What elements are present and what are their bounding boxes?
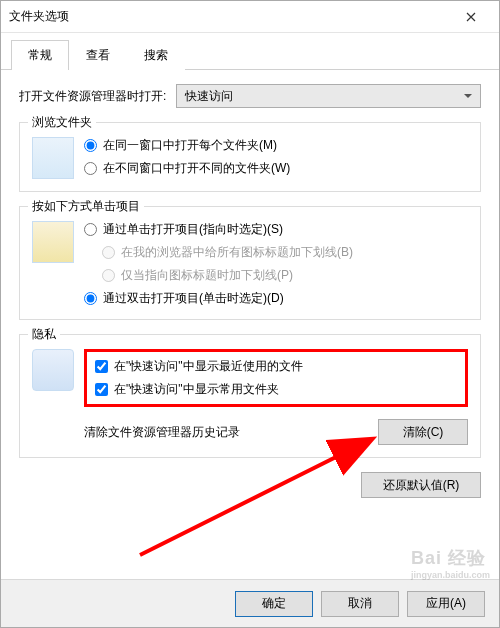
click-items-group: 按如下方式单击项目 通过单击打开项目(指向时选定)(S) 在我的浏览器中给所有图…	[19, 206, 481, 320]
clear-history-row: 清除文件资源管理器历史记录 清除(C)	[84, 419, 468, 445]
radio-underline-browser: 在我的浏览器中给所有图标标题加下划线(B)	[84, 244, 468, 261]
radio-underline-browser-label: 在我的浏览器中给所有图标标题加下划线(B)	[121, 244, 353, 261]
checkbox-frequent-folders[interactable]: 在"快速访问"中显示常用文件夹	[95, 381, 457, 398]
browse-folders-group: 浏览文件夹 在同一窗口中打开每个文件夹(M) 在不同窗口中打开不同的文件夹(W)	[19, 122, 481, 192]
open-with-value: 快速访问	[185, 88, 233, 105]
radio-single-click-input[interactable]	[84, 223, 97, 236]
clear-button[interactable]: 清除(C)	[378, 419, 468, 445]
close-button[interactable]	[451, 3, 491, 31]
checkbox-recent-files-label: 在"快速访问"中显示最近使用的文件	[114, 358, 303, 375]
tab-search[interactable]: 搜索	[127, 40, 185, 70]
radio-single-click-label: 通过单击打开项目(指向时选定)(S)	[103, 221, 283, 238]
radio-new-window-label: 在不同窗口中打开不同的文件夹(W)	[103, 160, 290, 177]
checkbox-recent-files[interactable]: 在"快速访问"中显示最近使用的文件	[95, 358, 457, 375]
privacy-icon	[32, 349, 74, 391]
radio-underline-browser-input	[102, 246, 115, 259]
titlebar-title: 文件夹选项	[9, 8, 451, 25]
open-with-select[interactable]: 快速访问	[176, 84, 481, 108]
content-area: 打开文件资源管理器时打开: 快速访问 浏览文件夹 在同一窗口中打开每个文件夹(M…	[1, 70, 499, 579]
radio-same-window[interactable]: 在同一窗口中打开每个文件夹(M)	[84, 137, 468, 154]
browse-folders-icon	[32, 137, 74, 179]
radio-new-window[interactable]: 在不同窗口中打开不同的文件夹(W)	[84, 160, 468, 177]
checkbox-frequent-folders-label: 在"快速访问"中显示常用文件夹	[114, 381, 279, 398]
privacy-legend: 隐私	[28, 326, 60, 343]
apply-button[interactable]: 应用(A)	[407, 591, 485, 617]
radio-underline-point-input	[102, 269, 115, 282]
folder-options-window: 文件夹选项 常规 查看 搜索 打开文件资源管理器时打开: 快速访问 浏览文件夹 …	[0, 0, 500, 628]
checkbox-recent-files-input[interactable]	[95, 360, 108, 373]
radio-same-window-label: 在同一窗口中打开每个文件夹(M)	[103, 137, 277, 154]
clear-history-label: 清除文件资源管理器历史记录	[84, 424, 240, 441]
radio-single-click[interactable]: 通过单击打开项目(指向时选定)(S)	[84, 221, 468, 238]
tab-general[interactable]: 常规	[11, 40, 69, 70]
radio-double-click-label: 通过双击打开项目(单击时选定)(D)	[103, 290, 284, 307]
close-icon	[466, 12, 476, 22]
privacy-highlight-box: 在"快速访问"中显示最近使用的文件 在"快速访问"中显示常用文件夹	[84, 349, 468, 407]
dialog-footer: 确定 取消 应用(A)	[1, 579, 499, 627]
radio-same-window-input[interactable]	[84, 139, 97, 152]
restore-defaults-row: 还原默认值(R)	[19, 472, 481, 498]
checkbox-frequent-folders-input[interactable]	[95, 383, 108, 396]
titlebar: 文件夹选项	[1, 1, 499, 33]
radio-double-click[interactable]: 通过双击打开项目(单击时选定)(D)	[84, 290, 468, 307]
open-with-row: 打开文件资源管理器时打开: 快速访问	[19, 84, 481, 108]
click-items-icon	[32, 221, 74, 263]
tab-view[interactable]: 查看	[69, 40, 127, 70]
radio-double-click-input[interactable]	[84, 292, 97, 305]
open-with-label: 打开文件资源管理器时打开:	[19, 88, 166, 105]
radio-new-window-input[interactable]	[84, 162, 97, 175]
ok-button[interactable]: 确定	[235, 591, 313, 617]
browse-folders-legend: 浏览文件夹	[28, 114, 96, 131]
privacy-group: 隐私 在"快速访问"中显示最近使用的文件 在"快速访问"中显示常用文件夹	[19, 334, 481, 458]
radio-underline-point-label: 仅当指向图标标题时加下划线(P)	[121, 267, 293, 284]
restore-defaults-button[interactable]: 还原默认值(R)	[361, 472, 481, 498]
tab-strip: 常规 查看 搜索	[1, 33, 499, 70]
cancel-button[interactable]: 取消	[321, 591, 399, 617]
radio-underline-point: 仅当指向图标标题时加下划线(P)	[84, 267, 468, 284]
click-items-legend: 按如下方式单击项目	[28, 198, 144, 215]
